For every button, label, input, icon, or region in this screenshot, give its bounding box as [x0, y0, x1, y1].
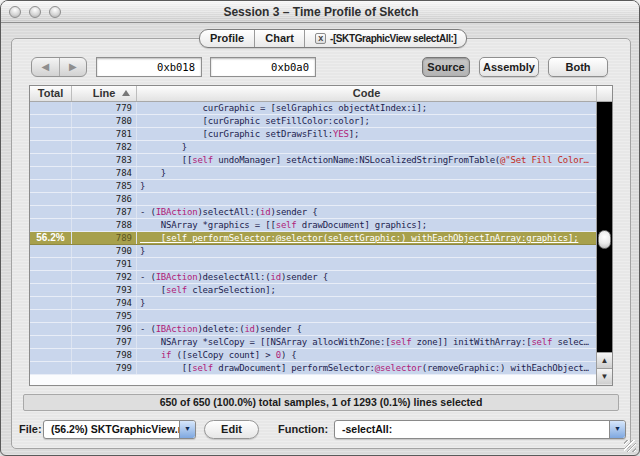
back-arrow-icon: ◀ [41, 61, 49, 72]
row-total-percent [30, 115, 72, 127]
code-token: self [166, 285, 187, 295]
code-token: } [140, 168, 166, 178]
table-row[interactable]: 799 [[self drawDocument] performSelector… [30, 362, 597, 375]
table-row[interactable]: 788 NSArray *graphics = [[self drawDocum… [30, 219, 597, 232]
row-line-number: 798 [72, 349, 137, 361]
row-total-percent [30, 128, 72, 140]
table-row[interactable]: 781 [curGraphic setDrawsFill:YES]; [30, 128, 597, 141]
row-line-number: 799 [72, 362, 137, 374]
code-token [140, 350, 161, 360]
table-row[interactable]: 792- (IBAction)deselectAll:(id)sender { [30, 271, 597, 284]
table-row[interactable]: 786 [30, 193, 597, 206]
row-line-number: 780 [72, 115, 137, 127]
code-token: } [140, 298, 145, 308]
scroll-up-button[interactable]: ▲ [597, 352, 612, 368]
tab-graphicview-selectall[interactable]: x -[SKTGraphicView selectAll:] [305, 30, 466, 47]
table-row[interactable]: 784 } [30, 167, 597, 180]
function-popup-value: -selectAll: [342, 423, 392, 435]
table-row[interactable]: 794} [30, 297, 597, 310]
code-token: YES [333, 129, 349, 139]
file-popup[interactable]: (56.2%) SKTGraphicView.m ▼ [43, 420, 196, 439]
function-popup[interactable]: -selectAll: ▼ [334, 420, 626, 439]
row-code: } [137, 180, 597, 192]
title-bar[interactable]: Session 3 – Time Profile of Sketch [1, 1, 640, 23]
row-line-number: 794 [72, 297, 137, 309]
column-header-code[interactable]: Code [137, 86, 597, 101]
source-button[interactable]: Source [422, 57, 470, 77]
table-row[interactable]: 779 curGraphic = [selGraphics objectAtIn… [30, 102, 597, 115]
code-token: NSArray *selCopy = [[NSArray allocWithZo… [140, 337, 391, 347]
resize-grip-icon[interactable] [624, 440, 636, 452]
column-header-total[interactable]: Total [30, 86, 72, 101]
table-row[interactable]: 790} [30, 245, 597, 258]
table-row[interactable]: 56.2%789 [self performSelector:@selector… [30, 232, 597, 245]
tab-chart[interactable]: Chart [255, 30, 305, 47]
code-token: } [140, 246, 145, 256]
row-line-number: 790 [72, 245, 137, 257]
back-button[interactable]: ◀ [32, 58, 60, 76]
code-token: drawDocument] performSelector: [213, 363, 375, 373]
code-table: Total Line Code 779 curGraphic = [selGra… [29, 85, 613, 386]
row-total-percent [30, 362, 72, 374]
row-line-number: 796 [72, 323, 137, 335]
code-token: ]; [349, 129, 359, 139]
code-token: )selectAll:( [197, 207, 260, 217]
assembly-button[interactable]: Assembly [479, 57, 539, 77]
table-row[interactable]: 782 } [30, 141, 597, 154]
address-field-end[interactable] [210, 57, 316, 77]
row-code: - (IBAction)delete:(id)sender { [137, 323, 597, 335]
address-field-start[interactable] [96, 57, 202, 77]
scroll-down-button[interactable]: ▼ [597, 368, 612, 384]
tab-profile[interactable]: Profile [200, 30, 255, 47]
row-code [137, 310, 597, 322]
table-row[interactable]: 785} [30, 180, 597, 193]
tab-label: -[SKTGraphicView selectAll:] [330, 30, 456, 47]
code-token: [ [140, 285, 166, 295]
row-line-number: 791 [72, 258, 137, 270]
code-token: [curGraphic setDrawsFill: [140, 129, 333, 139]
code-token: (removeGraphic:) withEachObject… [422, 363, 589, 373]
code-token: id [270, 272, 280, 282]
row-total-percent [30, 271, 72, 283]
code-token: ([selCopy count] > [171, 350, 275, 360]
forward-button[interactable]: ▶ [60, 58, 87, 76]
code-token: self [192, 363, 213, 373]
table-row[interactable]: 787- (IBAction)selectAll:(id)sender { [30, 206, 597, 219]
row-code: [self performSelector:@selector(selectGr… [137, 232, 597, 244]
both-button[interactable]: Both [548, 57, 608, 77]
row-code: } [137, 245, 597, 257]
row-code: - (IBAction)deselectAll:(id)sender { [137, 271, 597, 283]
table-row[interactable]: 783 [[self undoManager] setActionName:NS… [30, 154, 597, 167]
table-row[interactable]: 795 [30, 310, 597, 323]
code-token: curGraphic = [selGraphics objectAtIndex:… [140, 103, 427, 113]
history-nav: ◀ ▶ [31, 57, 87, 77]
row-code: curGraphic = [selGraphics objectAtIndex:… [137, 102, 597, 114]
vertical-scrollbar[interactable]: ▲ ▼ [596, 102, 612, 386]
code-token: - ( [140, 207, 156, 217]
code-token: self [391, 337, 412, 347]
code-token: undoManager] setActionName:NSLocalizedSt… [213, 155, 500, 165]
scrollbar-thumb[interactable] [598, 230, 611, 249]
row-total-percent [30, 323, 72, 335]
row-code: } [137, 297, 597, 309]
table-row[interactable]: 793 [self clearSelection]; [30, 284, 597, 297]
table-row[interactable]: 791 [30, 258, 597, 271]
table-row[interactable]: 797 NSArray *selCopy = [[NSArray allocWi… [30, 336, 597, 349]
table-row[interactable]: 796- (IBAction)delete:(id)sender { [30, 323, 597, 336]
code-token: id [260, 207, 270, 217]
row-total-percent [30, 180, 72, 192]
column-header-line[interactable]: Line [72, 86, 137, 101]
edit-button[interactable]: Edit [204, 420, 259, 439]
code-token: } [140, 181, 145, 191]
scrollbar-track[interactable] [597, 102, 612, 352]
row-code: [self clearSelection]; [137, 284, 597, 296]
table-row[interactable]: 798 if ([selCopy count] > 0) { [30, 349, 597, 362]
table-row[interactable]: 780 [curGraphic setFillColor:color]; [30, 115, 597, 128]
code-token: if [161, 350, 171, 360]
row-line-number: 788 [72, 219, 137, 231]
row-line-number: 793 [72, 284, 137, 296]
code-token: )deselectAll:( [197, 272, 270, 282]
code-token: drawDocument] graphics]; [297, 220, 427, 230]
tab-close-icon[interactable]: x [315, 33, 326, 44]
scroll-up-icon: ▲ [601, 356, 609, 365]
